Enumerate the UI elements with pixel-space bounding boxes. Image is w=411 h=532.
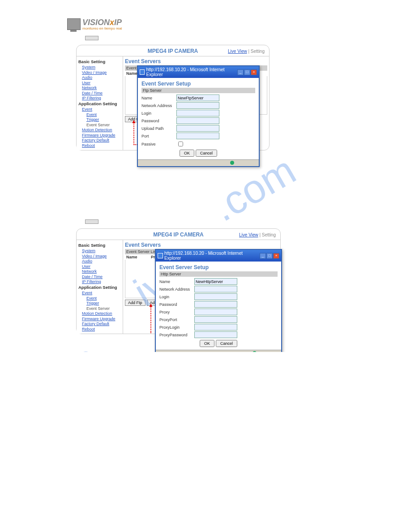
logo: VISIONxIP monitoreo en tiempo real	[67, 18, 344, 30]
inp-name[interactable]	[194, 278, 237, 285]
nav-event[interactable]: Event	[82, 291, 121, 295]
nav-audio[interactable]: Audio	[82, 259, 121, 263]
camera-title: MPEG4 IP CAMERA	[153, 232, 203, 238]
nav-sub-event[interactable]: Event	[86, 296, 121, 300]
popup-ftp: http://192.168.10.20 - Microsoft Interne…	[137, 65, 260, 167]
nav-event[interactable]: Event	[82, 107, 121, 112]
cat-basic: Basic Setting	[78, 59, 121, 64]
popup-title-text: http://192.168.10.20 - Microsoft Interne…	[164, 251, 260, 261]
lbl-plogin: ProxyLogin	[159, 325, 194, 330]
inp-upload[interactable]	[176, 125, 219, 132]
lbl-ppass: ProxyPassword	[159, 333, 194, 337]
ok-button[interactable]: OK	[180, 150, 194, 157]
nav-system[interactable]: System	[82, 249, 121, 253]
inp-plogin[interactable]	[194, 324, 237, 330]
popup-ftp-sub: Ftp Server	[141, 88, 255, 93]
inp-addr[interactable]	[194, 286, 237, 292]
nav-reboot[interactable]: Reboot	[82, 143, 121, 148]
lbl-pport: ProxyPort	[159, 317, 194, 322]
nav-sub-trigger[interactable]: Trigger	[86, 301, 121, 305]
lbl-addr: Network Address	[159, 287, 194, 292]
nav-network[interactable]: Network	[82, 86, 121, 90]
close-button[interactable]: ×	[251, 69, 257, 75]
popup-http: http://192.168.10.20 - Microsoft Interne…	[155, 249, 282, 352]
section-title: Event Servers	[125, 242, 278, 248]
globe-icon	[253, 351, 257, 352]
inp-ppass[interactable]	[194, 331, 237, 338]
camera-title: MPEG4 IP CAMERA	[148, 48, 198, 54]
cat-basic: Basic Setting	[78, 243, 121, 248]
cat-app: Application Setting	[78, 285, 121, 290]
nav-firmware[interactable]: Firmware Upgrade	[82, 133, 121, 137]
lbl-login: Login	[141, 111, 176, 116]
lbl-name: Name	[141, 96, 176, 100]
popup-titlebar[interactable]: http://192.168.10.20 - Microsoft Interne…	[156, 250, 281, 262]
lbl-port: Port	[141, 134, 176, 138]
live-view-link[interactable]: Live View	[239, 232, 258, 237]
cat-app: Application Setting	[78, 101, 121, 106]
popup-titlebar[interactable]: http://192.168.10.20 - Microsoft Interne…	[138, 66, 259, 78]
arrow-dots	[150, 306, 151, 333]
inp-pass[interactable]	[194, 301, 237, 308]
nav-event-server: Event Server	[86, 123, 121, 127]
lbl-passive: Passive	[141, 142, 176, 146]
nav-network[interactable]: Network	[82, 269, 121, 274]
nav-sub-event[interactable]: Event	[86, 112, 121, 117]
popup-status	[138, 159, 259, 166]
nav-motion[interactable]: Motion Detection	[82, 311, 121, 316]
chk-passive[interactable]	[178, 142, 183, 146]
arrow-dots	[133, 123, 134, 145]
button-a[interactable]	[85, 36, 98, 40]
watermark: m	[53, 335, 105, 352]
nav-ipfilter[interactable]: IP Filtering	[82, 279, 121, 284]
nav-reboot[interactable]: Reboot	[82, 327, 121, 331]
nav-user[interactable]: User	[82, 264, 121, 269]
inp-login[interactable]	[176, 110, 219, 116]
nav-sub-trigger[interactable]: Trigger	[86, 117, 121, 122]
sep: |	[259, 232, 261, 237]
inp-addr[interactable]	[176, 102, 219, 109]
button-b[interactable]	[85, 219, 98, 224]
nav-factory[interactable]: Factory Default	[82, 322, 121, 326]
inp-port[interactable]	[176, 133, 219, 139]
nav-video[interactable]: Video / Image	[82, 70, 121, 75]
minimize-button[interactable]: _	[237, 69, 244, 75]
nav-motion[interactable]: Motion Detection	[82, 128, 121, 132]
add-ftp-button[interactable]: Add Ftp	[125, 300, 146, 306]
lbl-upload: Upload Path	[141, 126, 176, 131]
nav-date[interactable]: Date / Time	[82, 91, 121, 95]
close-button[interactable]: ×	[273, 253, 279, 259]
nav-user[interactable]: User	[82, 81, 121, 85]
cancel-button[interactable]: Cancel	[216, 340, 237, 347]
minimize-button[interactable]: _	[260, 253, 266, 259]
nav-video[interactable]: Video / Image	[82, 254, 121, 258]
lbl-name: Name	[159, 279, 194, 284]
lbl-pass: Password	[141, 119, 176, 123]
camera-ui-ftp: MPEG4 IP CAMERA Live View | Setting Basi…	[76, 45, 270, 150]
live-view-link[interactable]: Live View	[228, 49, 247, 54]
nav-factory[interactable]: Factory Default	[82, 138, 121, 142]
setting-text: Setting	[262, 232, 276, 237]
nav-audio[interactable]: Audio	[82, 75, 121, 80]
nav-ipfilter[interactable]: IP Filtering	[82, 96, 121, 100]
nav-event-server: Event Server	[86, 306, 121, 311]
ok-button[interactable]: OK	[200, 340, 214, 347]
lbl-login: Login	[159, 295, 194, 299]
lbl-pass: Password	[159, 302, 194, 307]
nav-firmware[interactable]: Firmware Upgrade	[82, 317, 121, 321]
logo-text: VISIONxIP	[82, 18, 122, 27]
inp-name[interactable]	[176, 94, 219, 101]
sidebar: Basic Setting System Video / Image Audio…	[77, 240, 123, 334]
maximize-button[interactable]: □	[244, 69, 250, 75]
lbl-proxy: Proxy	[159, 310, 194, 314]
cancel-button[interactable]: Cancel	[196, 150, 217, 157]
inp-pass[interactable]	[176, 117, 219, 124]
inp-login[interactable]	[194, 293, 237, 300]
col-name: Name	[126, 255, 151, 259]
nav-date[interactable]: Date / Time	[82, 275, 121, 279]
inp-proxy[interactable]	[194, 309, 237, 315]
nav-system[interactable]: System	[82, 65, 121, 69]
ie-icon	[140, 69, 145, 75]
maximize-button[interactable]: □	[266, 253, 273, 259]
inp-pport[interactable]	[194, 316, 237, 323]
